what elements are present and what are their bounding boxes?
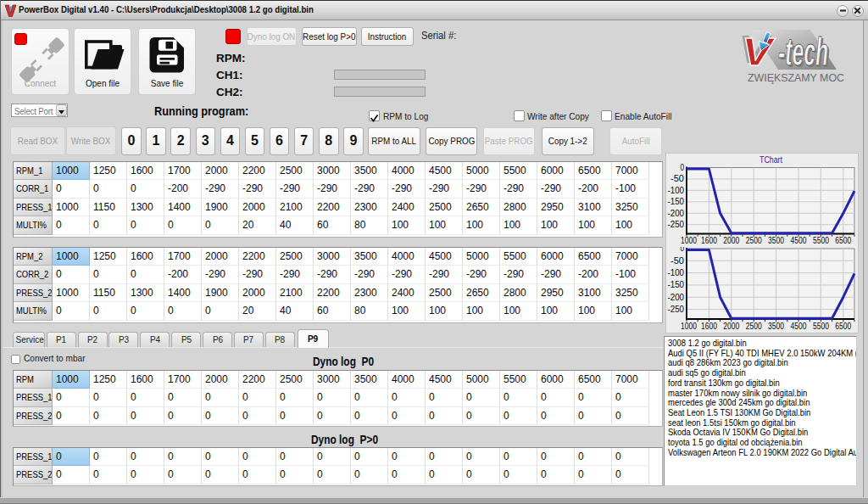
svg-text:-tech: -tech — [778, 29, 828, 74]
svg-text:3500: 3500 — [768, 321, 784, 331]
svg-text:3500: 3500 — [768, 235, 784, 245]
svg-text:-150: -150 — [668, 196, 685, 206]
svg-text:2000: 2000 — [723, 321, 739, 331]
svg-text:-50: -50 — [670, 173, 684, 183]
svg-text:2500: 2500 — [746, 321, 762, 331]
svg-text:1600: 1600 — [701, 235, 717, 245]
svg-text:ZWIĘKSZAMY MOC: ZWIĘKSZAMY MOC — [748, 71, 844, 84]
svg-text:2500: 2500 — [746, 235, 762, 245]
svg-text:5500: 5500 — [813, 321, 829, 331]
svg-text:-100: -100 — [668, 185, 685, 195]
svg-text:-200: -200 — [668, 208, 685, 218]
svg-text:V: V — [742, 29, 776, 74]
svg-text:1600: 1600 — [701, 321, 717, 331]
svg-text:-50: -50 — [670, 255, 684, 266]
svg-text:-250: -250 — [668, 304, 685, 314]
svg-text:-100: -100 — [668, 267, 685, 277]
svg-text:6500: 6500 — [835, 321, 851, 331]
svg-text:1000: 1000 — [681, 235, 697, 245]
svg-text:TChart: TChart — [760, 154, 782, 165]
svg-text:-200: -200 — [668, 292, 685, 302]
svg-text:4500: 4500 — [791, 235, 807, 245]
svg-text:0: 0 — [680, 247, 684, 253]
svg-text:6500: 6500 — [835, 235, 851, 245]
svg-text:2000: 2000 — [723, 235, 739, 245]
svg-text:-250: -250 — [668, 219, 685, 229]
svg-text:0: 0 — [680, 162, 684, 172]
svg-text:5500: 5500 — [813, 235, 829, 245]
svg-text:-150: -150 — [668, 279, 685, 289]
svg-text:1000: 1000 — [681, 321, 697, 331]
svg-text:4500: 4500 — [791, 321, 807, 331]
